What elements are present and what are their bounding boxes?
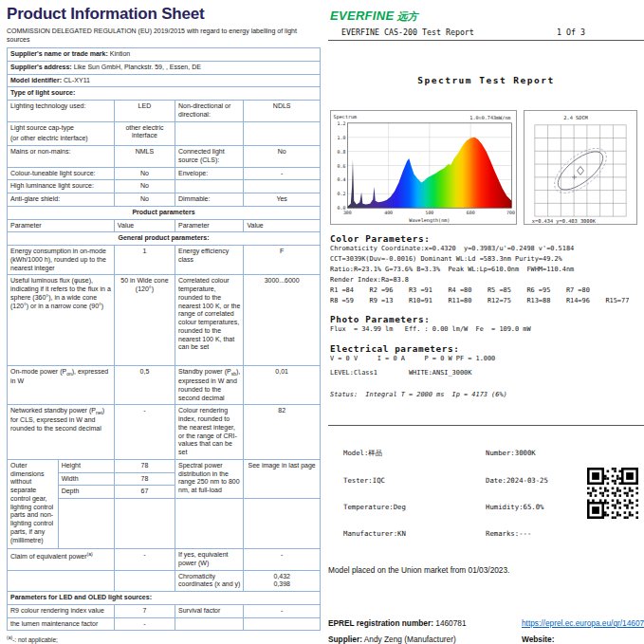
table-row: Anti-glare shield: No Dimmable: Yes xyxy=(8,193,320,206)
antiglare-value: No xyxy=(114,193,175,206)
svg-text:400: 400 xyxy=(384,210,393,215)
cct-value: 3000...6000 xyxy=(243,275,320,365)
footnotes: (a)-: not applicable; (b)-: not applicab… xyxy=(7,634,321,644)
chromaticity-values: 0,432 0,398 xyxy=(243,571,320,592)
supplier-name-row: Supplier's name or trade mark: Kintion xyxy=(8,48,320,61)
sdcm-plot: 2.4 SDCM x=0.434 y=0.403 3000K xyxy=(524,111,636,224)
table-row: Useful luminous flux (φuse), indicating … xyxy=(8,274,320,365)
eprel-registration: EPREL registration number: 1460781 xyxy=(328,618,522,628)
r9-label: R9 colour rendering index value xyxy=(8,605,114,617)
everfine-logo-text: EVERFINE xyxy=(330,9,394,23)
empty-cell xyxy=(114,499,175,548)
macadam-ellipses xyxy=(547,140,615,202)
tuneable-value: No xyxy=(114,168,175,180)
if-yes-equivalent-label: If yes, equivalent power (W) xyxy=(175,549,243,570)
qr-code xyxy=(587,468,638,519)
sdcm-caption: x=0.434 y=0.403 3000K xyxy=(532,218,597,224)
empty-cell xyxy=(243,499,320,548)
table-row: High luminance light source: No xyxy=(8,179,320,193)
table-row: Energy consumption in on-mode (kWh/1000 … xyxy=(8,245,320,274)
mains-label: Mains or non-mains: xyxy=(8,146,114,167)
empty-cell xyxy=(175,180,243,193)
networked-standby-value: - xyxy=(114,405,175,459)
supplier-value: Andy Zeng (Manufacturer) xyxy=(364,635,456,644)
depth-value: 67 xyxy=(114,486,175,499)
photo-parameters-title: Photo Parameters: xyxy=(330,314,644,324)
spectrum-chart: Spectrum 1.0=0.743mW/nm 1.2 1.0 0.8 0.6 … xyxy=(330,110,517,225)
empty-cell xyxy=(175,618,243,631)
parameter-col-header: Parameter xyxy=(175,220,243,232)
table-row: Claim of equivalent power(a) - If yes, e… xyxy=(8,548,320,570)
svg-text:0.2: 0.2 xyxy=(338,191,346,196)
model-info-left-column: Model:样品 Tester:IQC Temperature:Deg Manu… xyxy=(343,431,486,557)
charts-row: Spectrum 1.0=0.743mW/nm 1.2 1.0 0.8 0.6 … xyxy=(330,110,644,225)
depth-label: Depth xyxy=(58,486,114,499)
contact-section: EPREL registration number: 1460781 https… xyxy=(328,618,644,644)
tuneable-label: Colour-tuneable light source: xyxy=(8,168,114,180)
product-information-sheet: Product Information Sheet COMMISSION DEL… xyxy=(7,5,321,644)
product-info-table: Supplier's name or trade mark: Kintion S… xyxy=(7,47,321,631)
cri-values-line: R1 =84 R2 =96 R3 =91 R4 =80 R5 =85 R6 =9… xyxy=(330,285,644,296)
cls-value: No xyxy=(243,146,320,167)
supplier-name-label: Supplier's name or trade mark: xyxy=(10,50,108,57)
envelope-label: Envelope: xyxy=(175,168,243,180)
eprel-value: 1460781 xyxy=(435,618,466,628)
y-axis-ticks: 1.2 1.0 0.8 0.6 0.4 0.2 0.0 xyxy=(338,120,346,211)
outer-dimensions-label: Outer dimensions without separate contro… xyxy=(8,460,58,548)
width-label: Width xyxy=(58,473,114,487)
scale-label: 1.0=0.743mW/nm xyxy=(469,115,510,120)
energy-consumption-value: 1 xyxy=(114,246,175,274)
dimmable-value: Yes xyxy=(243,193,320,206)
empty-cell xyxy=(243,180,320,193)
directional-value: NDLS xyxy=(243,101,320,121)
target-diamond-marker xyxy=(578,167,584,175)
type-of-light-source-row: Type of light source: xyxy=(8,86,320,100)
r9-value: 7 xyxy=(114,605,175,617)
lighting-tech-value: LED xyxy=(114,101,175,121)
svg-text:500: 500 xyxy=(425,210,433,215)
report-header-title: EVERFINE CAS-200 Test Report xyxy=(341,28,474,37)
svg-text:0.4: 0.4 xyxy=(338,176,346,182)
electrical-parameters-title: Electrical parameters: xyxy=(330,343,644,354)
electrical-parameters-line: V = 0 V I = 0 A P = 0 W PF = 1.000 xyxy=(330,354,644,364)
x-axis-ticks: 300 400 500 600 700 xyxy=(343,210,515,215)
electrical-parameters-line: LEVEL:Class1 WHITE:ANSI_3000K xyxy=(330,368,644,378)
everfine-logo-chinese: 远方 xyxy=(396,10,417,22)
mains-value: NMLS xyxy=(114,146,175,167)
supplier-label: Supplier: xyxy=(328,635,362,644)
spectral-distribution-label: Spectral power distribution in the range… xyxy=(175,460,243,499)
everfine-logo: EVERFINE远方 xyxy=(330,7,644,24)
measured-point-marker xyxy=(572,175,577,179)
if-yes-equivalent-value: - xyxy=(243,549,320,570)
svg-text:600: 600 xyxy=(467,210,475,215)
efficiency-class-label: Energy efficiency class xyxy=(175,246,243,274)
column-header-row: Parameter Value Parameter Value xyxy=(8,219,320,232)
report-header: EVERFINE CAS-200 Test Report 1 Of 3 xyxy=(328,27,644,41)
supplier-name-value: Kintion xyxy=(110,50,130,57)
cri-value: 82 xyxy=(243,405,320,459)
color-parameters-section: Color Parameters: Chromaticity Coordinat… xyxy=(330,233,644,305)
model-identifier-row: Model identifier: CL-XY11 xyxy=(8,74,320,87)
eprel-row: EPREL registration number: 1460781 https… xyxy=(328,618,644,628)
supplier-address-label: Supplier's address: xyxy=(10,64,72,70)
high-luminance-value: No xyxy=(114,180,175,193)
footnote-a: (a)-: not applicable; xyxy=(7,634,321,644)
supplier-info: Supplier: Andy Zeng (Manufacturer) xyxy=(328,635,522,644)
product-parameters-header: Product parameters xyxy=(8,206,320,219)
color-parameters-line: CCT=3039K(Duv=-0.0016) Dominant WL:Ld =5… xyxy=(330,254,644,265)
color-parameters-line: Chromaticity Coordinate:x=0.4320 y=0.398… xyxy=(330,244,644,254)
svg-text:300: 300 xyxy=(343,210,352,215)
color-parameters-title: Color Parameters: xyxy=(330,233,644,244)
table-row: Networked standby power (Pnet) for CLS, … xyxy=(8,404,320,459)
onmode-power-value: 0,5 xyxy=(114,366,175,404)
page-indicator: 1 Of 3 xyxy=(557,28,585,37)
model-identifier-value: CL-XY11 xyxy=(64,77,90,83)
color-parameters-line: Render Index:Ra=83.8 xyxy=(330,275,644,285)
useful-flux-label: Useful luminous flux (φuse), indicating … xyxy=(8,275,114,365)
page: Product Information Sheet COMMISSION DEL… xyxy=(0,0,644,644)
spectral-distribution-value: See image in last page xyxy=(243,460,320,499)
eprel-link[interactable]: https://eprel.ec.europa.eu/qr/1460781 xyxy=(522,618,644,628)
height-label: Height xyxy=(58,460,114,473)
table-row: Colour-tuneable light source: No Envelop… xyxy=(8,167,320,180)
empty-cell xyxy=(114,571,175,592)
